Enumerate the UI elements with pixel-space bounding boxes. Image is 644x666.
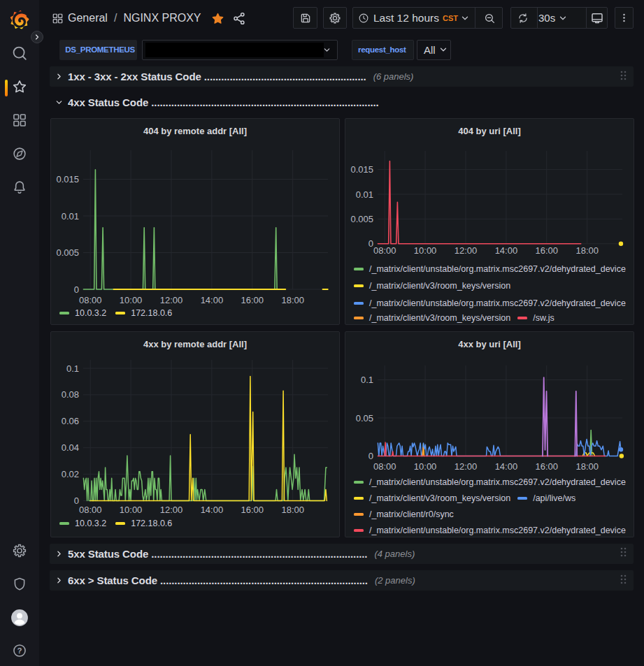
svg-text:08:00: 08:00: [373, 461, 396, 472]
svg-text:0.04: 0.04: [62, 442, 79, 453]
svg-text:0.005: 0.005: [56, 247, 79, 258]
svg-text:0: 0: [74, 284, 79, 295]
svg-text:0.005: 0.005: [350, 214, 373, 224]
svg-text:0.02: 0.02: [62, 469, 79, 479]
svg-text:10:00: 10:00: [120, 295, 143, 305]
svg-text:10:00: 10:00: [120, 505, 143, 515]
svg-text:08:00: 08:00: [79, 295, 102, 305]
svg-text:14:00: 14:00: [495, 245, 518, 256]
svg-text:08:00: 08:00: [79, 505, 102, 515]
svg-text:10:00: 10:00: [414, 461, 437, 472]
svg-text:14:00: 14:00: [201, 505, 224, 515]
svg-text:18:00: 18:00: [281, 505, 304, 515]
svg-text:0.1: 0.1: [66, 363, 79, 374]
svg-text:12:00: 12:00: [160, 505, 183, 515]
svg-text:12:00: 12:00: [160, 295, 183, 305]
svg-text:16:00: 16:00: [241, 295, 264, 305]
svg-text:16:00: 16:00: [536, 461, 559, 472]
svg-text:16:00: 16:00: [536, 245, 559, 256]
svg-text:18:00: 18:00: [575, 245, 599, 256]
svg-text:0.05: 0.05: [356, 413, 373, 424]
svg-text:12:00: 12:00: [455, 245, 478, 256]
svg-text:10:00: 10:00: [414, 245, 437, 256]
svg-text:12:00: 12:00: [455, 461, 478, 472]
svg-text:?: ?: [17, 646, 22, 655]
svg-text:14:00: 14:00: [201, 295, 224, 305]
svg-text:0.1: 0.1: [361, 375, 373, 385]
svg-text:0.01: 0.01: [62, 211, 79, 222]
svg-text:0.08: 0.08: [62, 389, 79, 400]
svg-text:0: 0: [368, 238, 373, 249]
svg-text:0.015: 0.015: [350, 164, 373, 175]
svg-text:18:00: 18:00: [281, 295, 304, 305]
svg-text:16:00: 16:00: [241, 505, 264, 515]
svg-text:18:00: 18:00: [575, 461, 599, 472]
svg-text:08:00: 08:00: [373, 245, 396, 256]
svg-text:0.06: 0.06: [62, 416, 79, 426]
svg-text:0.015: 0.015: [56, 174, 79, 184]
svg-text:0: 0: [368, 451, 373, 461]
svg-text:0: 0: [74, 495, 79, 506]
svg-text:14:00: 14:00: [495, 461, 518, 472]
svg-text:0.01: 0.01: [356, 189, 373, 200]
